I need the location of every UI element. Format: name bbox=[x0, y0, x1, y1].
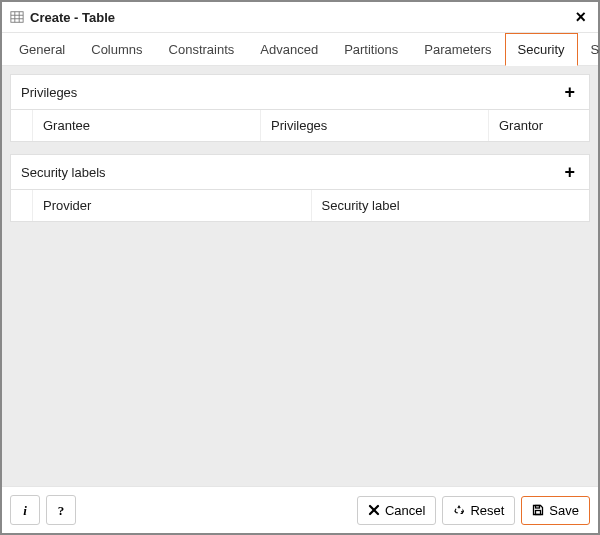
tab-advanced[interactable]: Advanced bbox=[247, 33, 331, 66]
svg-rect-8 bbox=[536, 506, 540, 509]
svg-rect-7 bbox=[536, 511, 541, 515]
window-title: Create - Table bbox=[30, 10, 571, 25]
tab-content: Privileges + Grantee Privileges Grantor … bbox=[2, 66, 598, 486]
recycle-icon bbox=[453, 504, 465, 516]
close-button[interactable]: × bbox=[571, 8, 590, 26]
security-labels-section: Security labels + Provider Security labe… bbox=[10, 154, 590, 222]
privileges-table: Grantee Privileges Grantor bbox=[10, 110, 590, 142]
tab-partitions[interactable]: Partitions bbox=[331, 33, 411, 66]
tab-security[interactable]: Security bbox=[505, 33, 578, 66]
security-labels-row-actions-col bbox=[11, 190, 33, 221]
titlebar: Create - Table × bbox=[2, 2, 598, 33]
security-labels-col-provider: Provider bbox=[33, 190, 312, 221]
help-icon: ? bbox=[58, 504, 65, 517]
tab-constraints[interactable]: Constraints bbox=[156, 33, 248, 66]
tab-columns[interactable]: Columns bbox=[78, 33, 155, 66]
security-labels-col-label: Security label bbox=[312, 190, 590, 221]
save-button[interactable]: Save bbox=[521, 496, 590, 525]
privileges-col-grantor: Grantor bbox=[489, 110, 589, 141]
privileges-section: Privileges + Grantee Privileges Grantor bbox=[10, 74, 590, 142]
info-icon: i bbox=[23, 504, 27, 517]
save-icon bbox=[532, 504, 544, 516]
close-icon bbox=[368, 504, 380, 516]
svg-rect-0 bbox=[11, 12, 23, 23]
privileges-col-grantee: Grantee bbox=[33, 110, 261, 141]
info-button[interactable]: i bbox=[10, 495, 40, 525]
security-labels-table: Provider Security label bbox=[10, 190, 590, 222]
save-label: Save bbox=[549, 504, 579, 517]
table-icon bbox=[10, 10, 24, 24]
privileges-header: Privileges + bbox=[10, 74, 590, 110]
tab-general[interactable]: General bbox=[6, 33, 78, 66]
reset-button[interactable]: Reset bbox=[442, 496, 515, 525]
privileges-title: Privileges bbox=[21, 85, 77, 100]
privileges-row-actions-col bbox=[11, 110, 33, 141]
help-button[interactable]: ? bbox=[46, 495, 76, 525]
add-security-label-button[interactable]: + bbox=[560, 163, 579, 181]
cancel-button[interactable]: Cancel bbox=[357, 496, 436, 525]
tab-bar: General Columns Constraints Advanced Par… bbox=[2, 33, 598, 66]
privileges-col-privileges: Privileges bbox=[261, 110, 489, 141]
cancel-label: Cancel bbox=[385, 504, 425, 517]
security-labels-header: Security labels + bbox=[10, 154, 590, 190]
reset-label: Reset bbox=[470, 504, 504, 517]
tab-parameters[interactable]: Parameters bbox=[411, 33, 504, 66]
tab-sql[interactable]: SQL bbox=[578, 33, 601, 66]
dialog-window: Create - Table × General Columns Constra… bbox=[0, 0, 600, 535]
security-labels-title: Security labels bbox=[21, 165, 106, 180]
dialog-footer: i ? Cancel Reset Save bbox=[2, 486, 598, 533]
add-privilege-button[interactable]: + bbox=[560, 83, 579, 101]
